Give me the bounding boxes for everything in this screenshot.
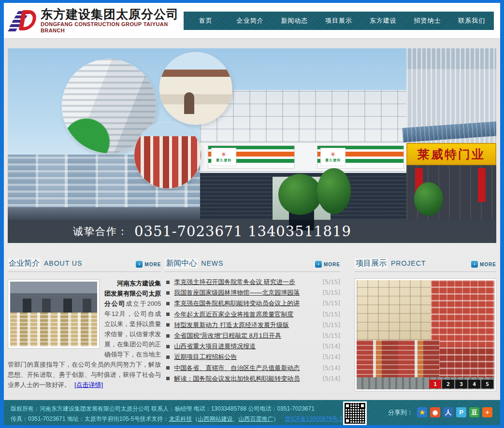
share-bar: 分享到： ★ ◉ 人 P 豆 + [388,407,492,417]
news-link[interactable]: 我国首座国家级园林博物馆——北京园博园落 [174,288,318,297]
arrow-right-icon: › [315,261,322,268]
main-nav: 首页 企业简介 新闻动态 项目展示 东方建设 招贤纳士 联系我们 [184,12,494,30]
bullet-icon [166,291,170,295]
store-brand-logo: ✳ 唐久便利 [211,148,236,166]
about-title-cn: 企业简介 [8,258,41,269]
pager-button-3[interactable]: 3 [455,380,467,388]
news-item: 全省国税“营改增”日程敲定 8月1日开具[5/15] [165,330,340,341]
cooperation-slogan: 诚挚合作： [73,225,129,238]
project-buildings-photo [357,280,494,389]
icp-license-link[interactable]: 晋ICP备13000876号-1 [285,415,343,422]
nav-item-contact[interactable]: 联系我们 [449,12,494,30]
news-date: [5/15] [323,300,340,307]
news-item: 李克强主持召开国务院常务会议 研究进一步[5/15] [165,277,340,287]
arrow-right-icon: › [136,261,143,268]
shanxi-baidu-link[interactable]: 山西百度推广 [238,415,273,422]
bullet-icon [166,323,170,327]
news-link[interactable]: 全省国税“营改增”日程敲定 8月1日开具 [174,331,318,340]
news-item: 李克强在国务院机构职能转变动员会议上的讲[5/15] [165,298,340,309]
news-title-cn: 新闻中心 [165,258,198,269]
news-date: [5/15] [323,279,340,285]
news-item: 中国各省、直辖市、自治区生产总值最新动态[5/14] [165,363,340,373]
news-item: 我国首座国家级园林博物馆——北京园博园落[5/15] [165,287,340,298]
weibo-icon[interactable]: ◉ [430,407,440,417]
news-link[interactable]: 李克强在国务院机构职能转变动员会议上的讲 [174,299,318,308]
flower-icon: ✳ [331,152,336,157]
pager-button-2[interactable]: 2 [442,380,454,388]
news-item: 近期项目工程招标公告[5/14] [165,352,340,362]
project-more-button[interactable]: › MORE [471,261,496,268]
news-link[interactable]: 解读：国务院会议发出加快机构职能转变动员 [174,374,318,383]
hero-contact-bar: 诚挚合作： 0351-7023671 13403511819 [8,220,496,243]
qr-code [343,401,367,425]
about-more-button[interactable]: › MORE [136,261,161,268]
news-section: 新闻中心 NEWS › MORE 李克强主持召开国务院常务会议 研究进一步[5/… [165,258,340,384]
nav-item-dongfang[interactable]: 东方建设 [361,12,405,30]
nav-item-home[interactable]: 首页 [184,12,228,30]
company-name-cn: 东方建设集团太原分公司 [41,7,184,21]
paren: （ [192,415,198,422]
tree [317,168,351,214]
qr-finder [345,418,350,424]
news-date: [5/15] [323,311,340,318]
beige-building [357,280,436,340]
news-link[interactable]: 李克强主持召开国务院常务会议 研究进一步 [174,278,318,286]
project-title-en: PROJECT [391,259,426,267]
nav-item-news[interactable]: 新闻动态 [272,12,317,30]
company-logo[interactable]: 东方建设集团太原分公司 DONGFANG CONSTRUCTION GROUP … [9,7,184,33]
exhibition-model-photo [10,282,97,346]
pager-button-4[interactable]: 4 [468,380,480,388]
longcai-link[interactable]: 龙采科技 [169,415,192,422]
news-more-button[interactable]: › MORE [315,261,340,268]
news-item: 转型发展新动力 打造太原经济发展升级版[5/15] [165,320,340,330]
news-link[interactable]: 山西省重大项目进展情况报道 [174,342,318,351]
share-more-icon[interactable]: + [482,407,492,417]
douban-icon[interactable]: 豆 [469,407,479,417]
nav-item-about[interactable]: 企业简介 [228,12,273,30]
red-banner [478,168,486,202]
news-item: 山西省重大项目进展情况报道[5/14] [165,341,340,352]
tree [414,182,443,216]
store-sign-panel-left: ✳ 唐久便利 [208,145,295,169]
nav-item-projects[interactable]: 项目展示 [317,12,361,30]
pager-button-5[interactable]: 5 [481,380,493,388]
hero-banner: ✳ 唐久便利 ✳ 唐久便利 莱威特门业 [8,48,496,243]
qzone-icon[interactable]: ★ [417,407,427,417]
news-link[interactable]: 中国各省、直辖市、自治区生产总值最新动态 [174,364,318,372]
flower-icon: ✳ [221,152,227,157]
shanxi-site-link[interactable]: 山西网站建设 [198,415,232,422]
bullet-icon [166,356,170,359]
news-date: [5/14] [323,343,340,350]
share-label: 分享到： [388,407,413,417]
tencent-friend-icon[interactable]: P [456,407,466,417]
news-date: [5/15] [323,332,340,339]
store-brand-text: 唐久便利 [325,158,341,163]
news-date: [5/15] [323,322,340,328]
blue-awning [402,121,496,143]
about-section: 企业简介 ABOUT US › MORE 河南东方建设集团发展有限公司太原分公司… [8,258,161,390]
about-photo[interactable] [8,279,100,349]
news-item: 解读：国务院会议发出加快机构职能转变动员[5/14] [165,373,340,384]
project-title-cn: 项目展示 [355,258,388,269]
qr-finder [345,403,350,409]
pager-button-1[interactable]: 1 [429,380,441,388]
news-link[interactable]: 近期项目工程招标公告 [174,353,318,361]
about-header: 企业简介 ABOUT US › MORE [8,258,161,272]
detail-link[interactable]: [点击详情] [74,381,103,388]
bullet-icon [166,313,170,316]
renren-icon[interactable]: 人 [443,407,453,417]
tree [278,174,322,215]
arrow-right-icon: › [471,261,478,268]
contact-phone-numbers: 0351-7023671 13403511819 [134,223,351,240]
project-slide-image[interactable]: 1 2 3 4 5 [355,278,496,391]
news-link[interactable]: 今年起太原近百家企业将推首席质量官制度 [174,310,318,319]
news-date: [5/15] [323,289,340,296]
logo-icon [9,10,37,32]
news-link[interactable]: 转型发展新动力 打造太原经济发展升级版 [174,321,318,329]
bullet-icon [166,345,170,348]
yellow-shop-sign: 莱威特门业 [406,143,496,165]
nav-item-careers[interactable]: 招贤纳士 [405,12,450,30]
company-name-en: DONGFANG CONSTRUCTION GROUP TAIYUAN BRAN… [41,21,184,33]
about-body: 河南东方建设集团发展有限公司太原分公司成立于2005年12月，公司自成立以来，坚… [8,278,161,390]
store-brand-text: 唐久便利 [216,158,231,163]
